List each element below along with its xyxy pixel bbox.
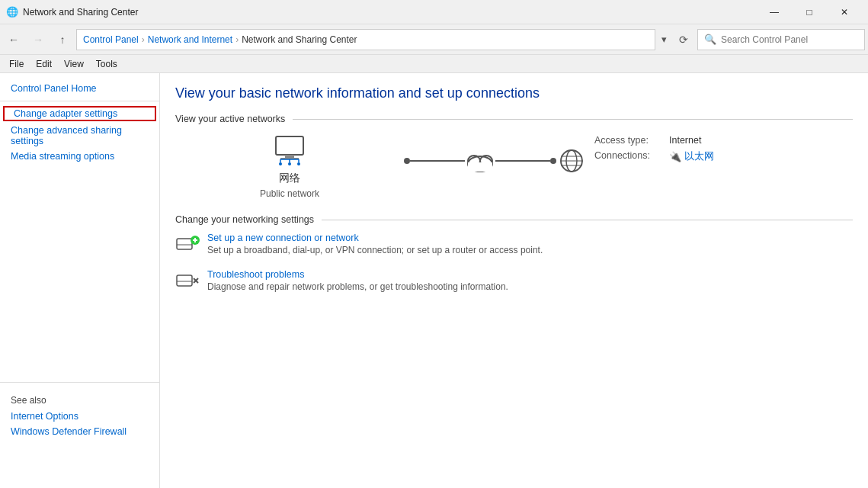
access-type-detail: Access type: Internet [594,135,714,146]
new-connection-title[interactable]: Set up a new connection or network [207,233,543,243]
svg-rect-20 [177,239,192,249]
breadcrumb-sep-2: › [235,34,239,45]
network-name: 网络 [279,172,300,185]
minimize-button[interactable]: — [757,0,792,24]
forward-button[interactable]: → [27,29,49,50]
menu-bar: File Edit View Tools [0,55,868,73]
network-icon [271,132,308,169]
connections-detail: Connections: 🔌 以太网 [594,150,714,163]
title-bar: 🌐 Network and Sharing Center — □ ✕ [0,0,868,24]
troubleshoot-title[interactable]: Troubleshoot problems [207,269,508,280]
troubleshoot-icon [175,269,200,294]
network-left: 网络 Public network [183,132,396,199]
breadcrumb-item-3: Network and Sharing Center [242,34,357,45]
svg-point-5 [297,162,300,165]
sidebar-divider-1 [0,101,159,101]
svg-point-3 [288,162,291,165]
connections-link[interactable]: 以太网 [684,150,714,163]
svg-rect-14 [468,162,492,172]
back-button[interactable]: ← [3,29,24,50]
settings-item-troubleshoot: Troubleshoot problems Diagnose and repai… [175,269,853,294]
close-button[interactable]: ✕ [827,0,862,24]
sidebar-item-change-adapter[interactable]: Change adapter settings [3,106,156,121]
sidebar-item-advanced-sharing[interactable]: Change advanced sharing settings [0,123,159,149]
breadcrumb-item-2[interactable]: Network and Internet [148,34,232,45]
refresh-button[interactable]: ⟳ [673,29,694,50]
see-also-title: See also [0,387,159,409]
content-area: View your basic network information and … [160,73,868,488]
sidebar-divider-2 [0,382,159,383]
window-title: Network and Sharing Center [23,7,757,18]
dropdown-arrow[interactable]: ▾ [658,34,670,45]
connections-label: Connections: [594,150,663,163]
new-connection-icon [175,233,200,257]
up-button[interactable]: ↑ [52,29,73,50]
svg-rect-1 [285,155,294,158]
breadcrumb-sep-1: › [142,34,145,45]
network-right: Access type: Internet Connections: 🔌 以太网 [594,132,714,163]
app-icon: 🌐 [6,6,18,18]
new-connection-text: Set up a new connection or network Set u… [207,233,543,255]
sidebar-item-windows-defender[interactable]: Windows Defender Firewall [0,424,159,439]
sidebar-item-internet-options[interactable]: Internet Options [0,409,159,424]
access-type-value: Internet [669,135,701,146]
network-type: Public network [260,188,319,199]
svg-rect-0 [276,136,303,155]
access-type-label: Access type: [594,135,663,146]
search-icon: 🔍 [704,34,716,45]
breadcrumb-item-1[interactable]: Control Panel [83,34,139,45]
menu-edit[interactable]: Edit [30,57,58,71]
svg-rect-25 [177,275,192,286]
search-box: 🔍 [697,29,865,50]
settings-item-new-connection: Set up a new connection or network Set u… [175,233,853,257]
window-controls: — □ ✕ [757,0,862,24]
troubleshoot-text: Troubleshoot problems Diagnose and repai… [207,269,508,292]
sidebar: Control Panel Home Change adapter settin… [0,73,160,488]
sidebar-item-media-streaming[interactable]: Media streaming options [0,149,159,164]
page-heading: View your basic network information and … [175,85,853,101]
active-networks-title: View your active networks [175,114,853,124]
network-connector [404,147,587,175]
change-settings-title: Change your networking settings [175,214,853,225]
svg-point-4 [279,162,282,165]
menu-view[interactable]: View [58,57,90,71]
menu-file[interactable]: File [3,57,30,71]
main-container: Control Panel Home Change adapter settin… [0,73,868,488]
address-bar: ← → ↑ Control Panel › Network and Intern… [0,24,868,55]
network-info: 网络 Public network [175,132,853,199]
connection-icon: 🔌 [669,151,681,162]
change-settings-section: Set up a new connection or network Set u… [175,233,853,294]
sidebar-item-control-panel-home[interactable]: Control Panel Home [0,81,159,96]
menu-tools[interactable]: Tools [90,57,123,71]
search-input[interactable] [721,34,858,45]
new-connection-desc: Set up a broadband, dial-up, or VPN conn… [207,245,543,255]
maximize-button[interactable]: □ [792,0,827,24]
troubleshoot-desc: Diagnose and repair network problems, or… [207,281,508,292]
breadcrumb: Control Panel › Network and Internet › N… [76,29,655,50]
